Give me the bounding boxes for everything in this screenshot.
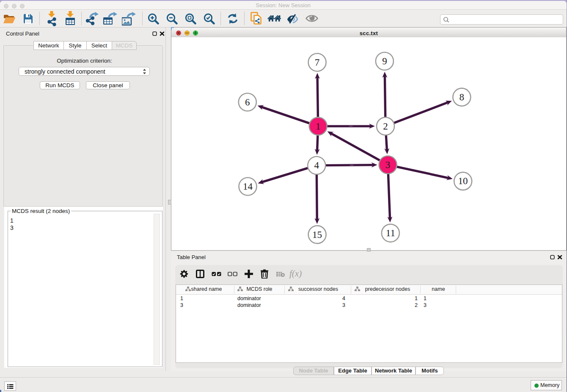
svg-text:8: 8 <box>460 92 465 102</box>
svg-text:1: 1 <box>316 121 321 132</box>
svg-text:14: 14 <box>243 181 253 192</box>
svg-text:15: 15 <box>312 229 322 240</box>
svg-text:3: 3 <box>385 160 391 170</box>
svg-text:7: 7 <box>315 57 320 68</box>
svg-text:11: 11 <box>386 228 395 238</box>
svg-text:f(x): f(x) <box>289 269 302 279</box>
svg-text:2: 2 <box>383 121 388 132</box>
svg-text:4: 4 <box>314 160 319 171</box>
svg-text:6: 6 <box>245 97 250 108</box>
svg-text:10: 10 <box>458 176 468 186</box>
svg-text:9: 9 <box>382 56 387 66</box>
